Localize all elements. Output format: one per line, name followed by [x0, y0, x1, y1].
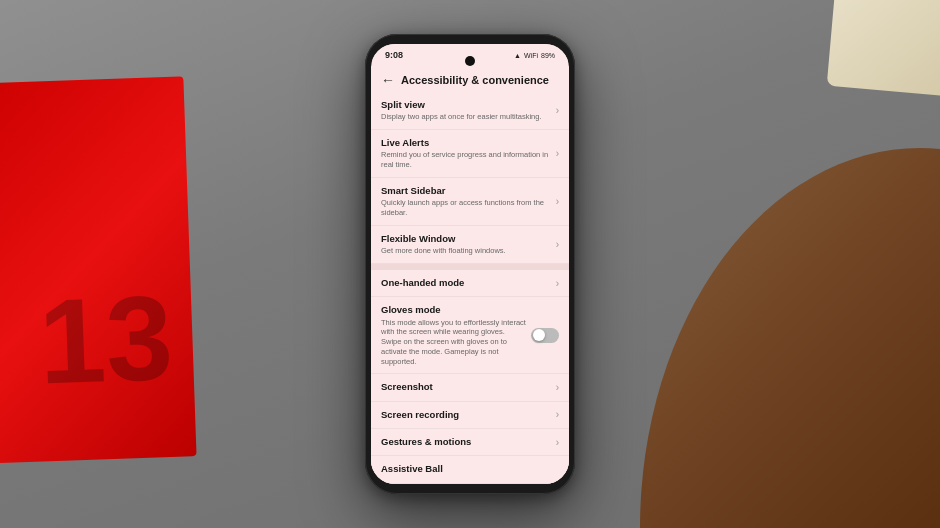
red-box-number: 13 [37, 277, 175, 402]
screenshot-chevron: › [556, 382, 559, 393]
gestures-motions-title: Gestures & motions [381, 436, 552, 448]
settings-item-gestures-motions[interactable]: Gestures & motions › [371, 429, 569, 456]
screen-recording-content: Screen recording [381, 409, 556, 421]
settings-item-screen-recording[interactable]: Screen recording › [371, 402, 569, 429]
status-icons: ▲ WiFi 89% [514, 52, 555, 59]
camera-notch [465, 56, 475, 66]
split-view-desc: Display two apps at once for easier mult… [381, 112, 552, 122]
live-alerts-content: Live Alerts Remind you of service progre… [381, 137, 556, 170]
phone: 9:08 ▲ WiFi 89% ← Accessibility & conven… [365, 34, 575, 494]
gloves-mode-title: Gloves mode [381, 304, 527, 316]
gestures-motions-content: Gestures & motions [381, 436, 556, 448]
screenshot-title: Screenshot [381, 381, 552, 393]
assistive-ball-content: Assistive Ball [381, 463, 559, 475]
page-title: Accessibility & convenience [401, 74, 549, 86]
settings-item-one-handed-mode[interactable]: One-handed mode › [371, 270, 569, 297]
split-view-content: Split view Display two apps at once for … [381, 99, 556, 122]
flexible-window-title: Flexible Window [381, 233, 552, 245]
live-alerts-chevron: › [556, 148, 559, 159]
split-view-chevron: › [556, 105, 559, 116]
status-time: 9:08 [385, 50, 403, 60]
live-alerts-title: Live Alerts [381, 137, 552, 149]
phone-screen: 9:08 ▲ WiFi 89% ← Accessibility & conven… [371, 44, 569, 484]
top-navigation-bar: ← Accessibility & convenience [371, 66, 569, 92]
gloves-mode-desc: This mode allows you to effortlessly int… [381, 318, 527, 367]
settings-list: Split view Display two apps at once for … [371, 92, 569, 484]
live-alerts-desc: Remind you of service progress and infor… [381, 150, 552, 170]
gloves-mode-toggle-knob [533, 329, 545, 341]
phone-body: 9:08 ▲ WiFi 89% ← Accessibility & conven… [365, 34, 575, 494]
split-view-title: Split view [381, 99, 552, 111]
back-button[interactable]: ← [381, 72, 395, 88]
smart-sidebar-chevron: › [556, 196, 559, 207]
one-handed-mode-chevron: › [556, 278, 559, 289]
smart-sidebar-content: Smart Sidebar Quickly launch apps or acc… [381, 185, 556, 218]
settings-item-smart-sidebar[interactable]: Smart Sidebar Quickly launch apps or acc… [371, 178, 569, 226]
flexible-window-content: Flexible Window Get more done with float… [381, 233, 556, 256]
screenshot-content: Screenshot [381, 381, 556, 393]
flexible-window-chevron: › [556, 239, 559, 250]
signal-icon: ▲ [514, 52, 521, 59]
battery-icon: 89% [541, 52, 555, 59]
one-handed-mode-title: One-handed mode [381, 277, 552, 289]
gloves-mode-content: Gloves mode This mode allows you to effo… [381, 304, 531, 366]
flexible-window-desc: Get more done with floating windows. [381, 246, 552, 256]
one-handed-mode-content: One-handed mode [381, 277, 556, 289]
settings-item-split-view[interactable]: Split view Display two apps at once for … [371, 92, 569, 130]
settings-item-screenshot[interactable]: Screenshot › [371, 374, 569, 401]
screen-recording-chevron: › [556, 409, 559, 420]
gestures-motions-chevron: › [556, 437, 559, 448]
gloves-mode-toggle[interactable] [531, 328, 559, 343]
assistive-ball-title: Assistive Ball [381, 463, 555, 475]
settings-item-gloves-mode[interactable]: Gloves mode This mode allows you to effo… [371, 297, 569, 374]
settings-item-live-alerts[interactable]: Live Alerts Remind you of service progre… [371, 130, 569, 178]
settings-item-assistive-ball[interactable]: Assistive Ball [371, 456, 569, 483]
settings-item-flexible-window[interactable]: Flexible Window Get more done with float… [371, 226, 569, 264]
paper-decoration [827, 0, 940, 96]
wifi-icon: WiFi [524, 52, 538, 59]
screen-recording-title: Screen recording [381, 409, 552, 421]
smart-sidebar-desc: Quickly launch apps or access functions … [381, 198, 552, 218]
red-box-decoration: 13 [0, 76, 197, 463]
smart-sidebar-title: Smart Sidebar [381, 185, 552, 197]
